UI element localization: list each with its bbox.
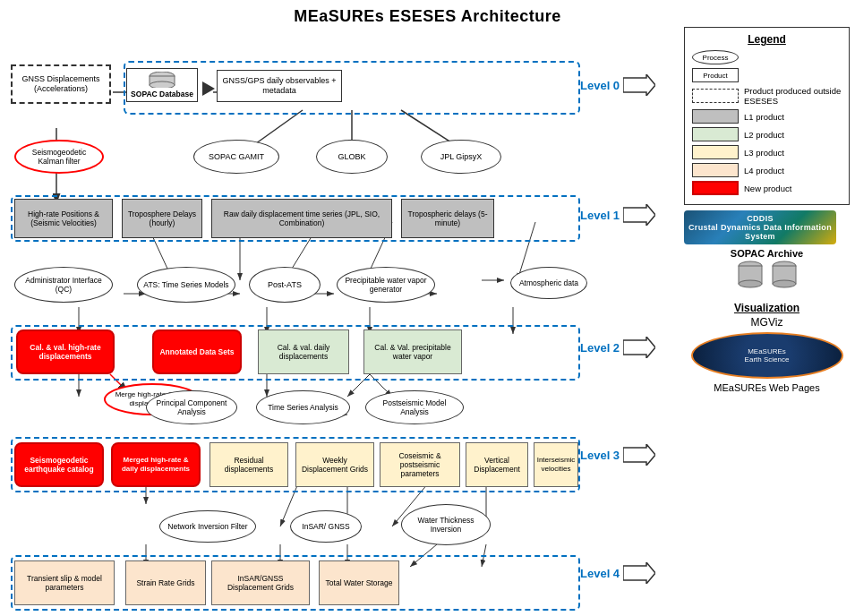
atmo-data-box: Atmospheric data — [510, 267, 587, 299]
tsa-box: Time Series Analysis — [256, 390, 350, 424]
cal-val-daily-box: Cal. & val. daily displacements — [258, 329, 349, 374]
measures-badge: MEaSUREsEarth Science — [691, 332, 843, 379]
db-icon — [149, 72, 175, 88]
cal-val-precip-box: Cal. & Val. precipitable water vapor — [363, 329, 462, 374]
legend-area: Legend Process Product Product produced … — [684, 27, 850, 393]
interseismic-box: Interseismic velocities — [534, 442, 578, 487]
viz-section: Visualization MGViz MEaSUREsEarth Scienc… — [684, 302, 850, 393]
legend-process-swatch: Process — [692, 50, 739, 64]
db-icon-1 — [737, 261, 764, 295]
level3-label: Level 3 — [580, 444, 655, 466]
level4-arrow-icon — [623, 562, 655, 584]
diagram-area: GNSS Displacements (Accelerations) SOPAC… — [7, 25, 670, 607]
water-thick-box: Water Thickness Inversion — [401, 504, 491, 545]
svg-marker-46 — [623, 444, 655, 466]
sopac-db-icons — [684, 261, 850, 295]
sopac-gamit-box: SOPAC GAMIT — [193, 140, 279, 174]
level0-arrow-icon — [623, 74, 655, 96]
legend-title: Legend — [692, 33, 842, 46]
postseismic-box: Postseismic Model Analysis — [365, 390, 464, 424]
vertical-box: Vertical Displacement — [466, 442, 528, 487]
jpl-box: JPL GipsyX — [421, 140, 501, 174]
legend-item-l3: L3 product — [692, 145, 842, 159]
legend-new-swatch — [692, 181, 739, 195]
mgviz-label: MGViz — [684, 316, 850, 329]
measures-web-label: MEaSUREs Web Pages — [684, 382, 850, 393]
transient-box: Transient slip & model parameters — [14, 560, 115, 605]
strain-rate-box: Strain Rate Grids — [125, 560, 206, 605]
sopac-to-gnss-arrow — [202, 81, 215, 96]
legend-product-swatch: Product — [692, 68, 739, 82]
legend-item-product: Product — [692, 68, 842, 82]
level2-arrow-icon — [623, 337, 655, 358]
precip-water-box: Precipitable water vapor generator — [337, 267, 435, 303]
cal-val-highrate-box: Cal. & val. high-rate displacements — [16, 329, 115, 374]
svg-marker-44 — [623, 204, 655, 226]
level1-arrow-icon — [623, 204, 655, 226]
svg-marker-47 — [623, 562, 655, 584]
weekly-grids-box: Weekly Displacement Grids — [295, 442, 374, 487]
seismo-eq-box: Seismogeodetic earthquake catalog — [14, 442, 104, 487]
sopac-archive-label: SOPAC Archive — [684, 248, 850, 259]
seismo-box: Seismogeodetic Kalman filter — [14, 140, 104, 174]
legend-outside-swatch — [692, 89, 739, 103]
raw-daily-box: Raw daily displacement time series (JPL,… — [211, 199, 392, 238]
post-ats-box: Post-ATS — [249, 267, 321, 303]
insar-gnss-process-box: InSAR/ GNSS — [290, 510, 362, 543]
legend-l2-swatch — [692, 127, 739, 141]
legend-item-l1: L1 product — [692, 109, 842, 124]
insar-grids-box: InSAR/GNSS Displacement Grids — [211, 560, 310, 605]
merged-disp-box: Merged high-rate & daily displacements — [111, 442, 201, 487]
high-rate-box: High-rate Positions & (Seismic Velocitie… — [14, 199, 113, 238]
globk-box: GLOBK — [316, 140, 388, 174]
svg-point-42 — [150, 81, 175, 88]
legend-item-new: New product — [692, 181, 842, 195]
total-water-box: Total Water Storage — [319, 560, 399, 605]
db-icon-2 — [771, 261, 798, 295]
gnss-daily-box: GNSS/GPS daily observables + metadata — [217, 70, 342, 102]
sopac-db-box: SOPAC Database — [126, 68, 198, 102]
svg-marker-45 — [623, 337, 655, 358]
legend-item-process: Process — [692, 50, 842, 64]
residual-box: Residual displacements — [209, 442, 288, 487]
level4-label: Level 4 — [580, 562, 655, 584]
admin-qc-box: Administrator Interface (QC) — [14, 267, 113, 303]
legend-box: Legend Process Product Product produced … — [684, 27, 850, 205]
svg-point-50 — [739, 280, 762, 287]
legend-l1-swatch — [692, 109, 739, 124]
level1-label: Level 1 — [580, 204, 655, 226]
legend-item-l4: L4 product — [692, 163, 842, 177]
level0-label: Level 0 — [580, 74, 655, 96]
svg-marker-43 — [623, 74, 655, 96]
legend-l4-swatch — [692, 163, 739, 177]
viz-title: Visualization — [684, 302, 850, 314]
legend-item-l2: L2 product — [692, 127, 842, 141]
network-inv-box: Network Inversion Filter — [159, 510, 256, 543]
legend-item-outside: Product produced outside ESESES — [692, 86, 842, 106]
ats-models-box: ATS: Time Series Models — [137, 267, 235, 303]
annotated-ds-box: Annotated Data Sets — [152, 329, 242, 374]
cddis-badge: CDDISCrustal Dynamics Data Information S… — [684, 210, 836, 244]
level3-arrow-icon — [623, 444, 655, 466]
level2-label: Level 2 — [580, 337, 655, 358]
legend-l3-swatch — [692, 145, 739, 159]
tropo-hourly-box: Troposphere Delays (hourly) — [122, 199, 202, 238]
svg-point-53 — [773, 280, 796, 287]
coseismic-box: Coseismic & postseismic parameters — [380, 442, 460, 487]
pca-box: Principal Component Analysis — [146, 390, 237, 424]
gnss-disp-box: GNSS Displacements (Accelerations) — [11, 64, 111, 104]
tropo-5min-box: Tropospheric delays (5-minute) — [401, 199, 494, 238]
